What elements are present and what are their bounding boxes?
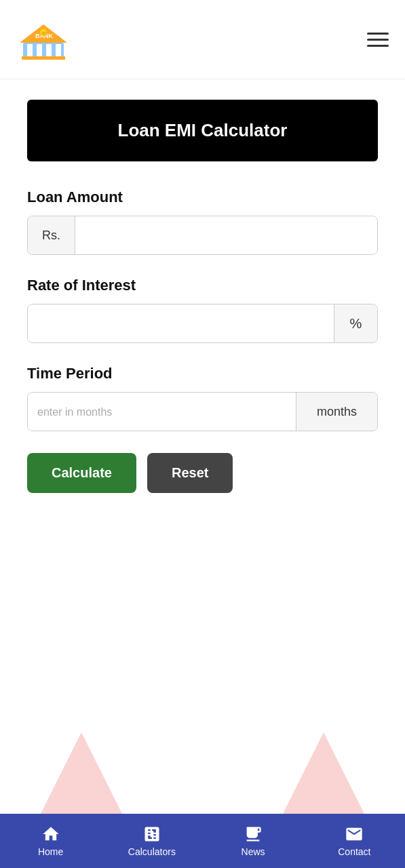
nav-label-contact: Contact bbox=[338, 846, 370, 857]
bank-logo-icon: BANK 😊 bbox=[16, 12, 71, 66]
svg-rect-3 bbox=[37, 44, 42, 56]
rate-input[interactable] bbox=[28, 304, 334, 342]
bottom-nav: Home Calculators News Contact bbox=[0, 814, 405, 868]
contact-icon bbox=[345, 825, 364, 844]
time-period-unit: months bbox=[296, 393, 377, 431]
rate-label: Rate of Interest bbox=[27, 277, 378, 294]
time-period-input[interactable] bbox=[28, 393, 296, 431]
main-content: Loan Amount Rs. Rate of Interest % Time … bbox=[0, 182, 405, 520]
nav-item-home[interactable]: Home bbox=[0, 814, 101, 868]
calculator-icon bbox=[142, 825, 161, 844]
loan-amount-prefix: Rs. bbox=[28, 216, 75, 254]
decorative-area bbox=[0, 705, 405, 814]
nav-label-news: News bbox=[242, 846, 265, 857]
nav-item-contact[interactable]: Contact bbox=[304, 814, 405, 868]
deco-shape-left bbox=[41, 732, 122, 814]
loan-amount-group: Loan Amount Rs. bbox=[27, 189, 378, 255]
loan-amount-input[interactable] bbox=[75, 216, 377, 254]
page-title: Loan EMI Calculator bbox=[41, 120, 364, 141]
svg-rect-2 bbox=[27, 44, 33, 56]
time-period-label: Time Period bbox=[27, 365, 378, 382]
rate-group: Rate of Interest % bbox=[27, 277, 378, 343]
time-period-group: Time Period months bbox=[27, 365, 378, 431]
deco-shape-right bbox=[283, 732, 364, 814]
rate-input-wrapper: % bbox=[27, 304, 378, 343]
hero-banner: Loan EMI Calculator bbox=[27, 100, 378, 161]
home-icon bbox=[41, 825, 60, 844]
button-row: Calculate Reset bbox=[27, 453, 378, 493]
svg-text:😊: 😊 bbox=[41, 31, 47, 36]
logo-container: BANK 😊 bbox=[16, 12, 71, 66]
app-header: BANK 😊 bbox=[0, 0, 405, 79]
nav-label-home: Home bbox=[38, 846, 63, 857]
menu-icon[interactable] bbox=[367, 33, 389, 47]
nav-item-news[interactable]: News bbox=[203, 814, 304, 868]
loan-amount-label: Loan Amount bbox=[27, 189, 378, 206]
nav-item-calculators[interactable]: Calculators bbox=[101, 814, 202, 868]
calculate-button[interactable]: Calculate bbox=[27, 453, 136, 493]
svg-rect-6 bbox=[22, 56, 65, 60]
svg-rect-4 bbox=[46, 44, 52, 56]
time-period-input-wrapper: months bbox=[27, 392, 378, 431]
rate-suffix: % bbox=[334, 304, 377, 342]
news-icon bbox=[244, 825, 263, 844]
reset-button[interactable]: Reset bbox=[147, 453, 233, 493]
loan-amount-input-wrapper: Rs. bbox=[27, 216, 378, 255]
svg-rect-5 bbox=[56, 44, 61, 56]
nav-label-calculators: Calculators bbox=[128, 846, 176, 857]
